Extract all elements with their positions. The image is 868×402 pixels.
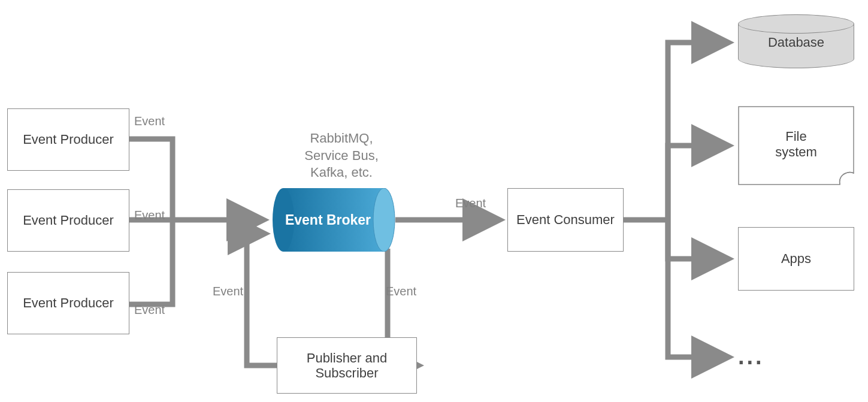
event-producer-3: Event Producer	[7, 272, 129, 334]
diagram-canvas: Event Producer Event Producer Event Prod…	[0, 0, 868, 402]
database-node: Database	[738, 14, 854, 68]
event-broker: Event Broker	[273, 188, 392, 252]
edge-label-broker-consumer: Event	[455, 197, 486, 210]
event-consumer: Event Consumer	[507, 188, 624, 252]
edge-label-producer2: Event	[134, 208, 165, 222]
event-broker-label: Event Broker	[273, 188, 383, 252]
broker-examples-note: RabbitMQ,Service Bus,Kafka, etc.	[288, 130, 395, 182]
database-label: Database	[738, 35, 854, 50]
event-producer-2: Event Producer	[7, 189, 129, 252]
file-system-node: Filesystem	[738, 106, 854, 185]
edge-label-broker-to-pub: Event	[386, 285, 416, 298]
file-system-label: Filesystem	[738, 129, 854, 161]
more-outputs-icon: ...	[738, 344, 764, 370]
edge-label-producer1: Event	[134, 114, 165, 128]
event-producer-1: Event Producer	[7, 108, 129, 171]
edge-label-producer3: Event	[134, 303, 165, 317]
publisher-subscriber: Publisher and Subscriber	[277, 337, 417, 394]
edge-label-pub-to-broker: Event	[213, 285, 243, 298]
apps-node: Apps	[738, 227, 854, 291]
